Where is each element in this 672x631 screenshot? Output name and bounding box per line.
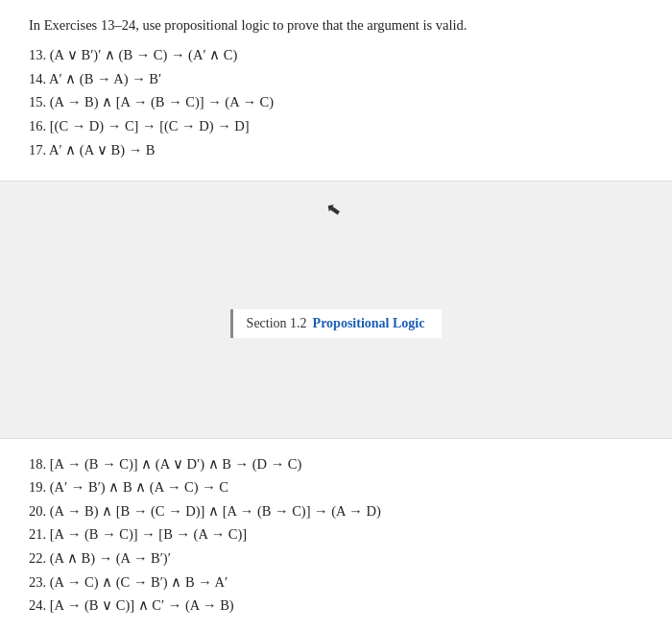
exercise-item-13: 13. (A ∨ B′)′ ∧ (B → C) → (A′ ∧ C) (29, 43, 643, 67)
section-label: Section 1.2 (233, 316, 307, 331)
exercise-formula-21: [A → (B → C)] → [B → (A → C)] (50, 526, 247, 542)
exercise-number-17: 17. (29, 142, 49, 158)
intro-text: In Exercises 13–24, use propositional lo… (29, 17, 643, 34)
section-title: Propositional Logic (313, 316, 425, 331)
exercise-item-24: 24. [A → (B ∨ C)] ∧ C′ → (A → B) (29, 594, 643, 618)
exercise-number-23: 23. (29, 574, 50, 590)
exercise-number-21: 21. (29, 526, 50, 542)
top-section: In Exercises 13–24, use propositional lo… (0, 0, 672, 182)
exercise-formula-19: (A′ → B′) ∧ B ∧ (A → C) → C (50, 479, 228, 495)
exercise-formula-18: [A → (B → C)] ∧ (A ∨ D′) ∧ B → (D → C) (50, 456, 302, 472)
page-container: In Exercises 13–24, use propositional lo… (0, 0, 672, 631)
exercise-item-21: 21. [A → (B → C)] → [B → (A → C)] (29, 522, 643, 546)
exercise-formula-23: (A → C) ∧ (C → B′) ∧ B → A′ (50, 574, 228, 590)
exercise-formula-16: [(C → D) → C] → [(C → D) → D] (50, 118, 250, 133)
cursor-icon: ⬉ (324, 198, 343, 221)
exercise-number-20: 20. (29, 503, 50, 519)
middle-section: ⬉ Section 1.2 Propositional Logic (0, 182, 672, 437)
exercise-formula-13: (A ∨ B′)′ ∧ (B → C) → (A′ ∧ C) (50, 47, 238, 62)
exercise-number-15: 15. (29, 94, 50, 109)
exercise-formula-17: A′ ∧ (A ∨ B) → B (49, 142, 156, 158)
section-banner: Section 1.2 Propositional Logic (230, 309, 443, 338)
exercise-number-18: 18. (29, 456, 50, 472)
exercise-number-16: 16. (29, 118, 50, 133)
exercise-item-20: 20. (A → B) ∧ [B → (C → D)] ∧ [A → (B → … (29, 499, 643, 523)
exercise-number-22: 22. (29, 550, 50, 566)
exercise-number-13: 13. (29, 47, 50, 62)
exercise-item-23: 23. (A → C) ∧ (C → B′) ∧ B → A′ (29, 570, 643, 595)
exercise-formula-24: [A → (B ∨ C)] ∧ C′ → (A → B) (50, 597, 234, 613)
bottom-exercise-list: 18. [A → (B → C)] ∧ (A ∨ D′) ∧ B → (D → … (29, 452, 643, 618)
bottom-section: 18. [A → (B → C)] ∧ (A ∨ D′) ∧ B → (D → … (0, 438, 672, 631)
exercise-item-17: 17. A′ ∧ (A ∨ B) → B (29, 138, 643, 162)
exercise-formula-14: A′ ∧ (B → A) → B′ (49, 71, 161, 86)
exercise-formula-20: (A → B) ∧ [B → (C → D)] ∧ [A → (B → C)] … (50, 503, 381, 519)
exercise-number-19: 19. (29, 479, 50, 495)
exercise-formula-15: (A → B) ∧ [A → (B → C)] → (A → C) (50, 94, 274, 109)
top-exercise-list: 13. (A ∨ B′)′ ∧ (B → C) → (A′ ∧ C) 14. A… (29, 43, 643, 161)
exercise-number-24: 24. (29, 597, 50, 613)
exercise-item-18: 18. [A → (B → C)] ∧ (A ∨ D′) ∧ B → (D → … (29, 452, 643, 476)
exercise-item-19: 19. (A′ → B′) ∧ B ∧ (A → C) → C (29, 475, 643, 499)
exercise-number-14: 14. (29, 71, 49, 86)
exercise-item-14: 14. A′ ∧ (B → A) → B′ (29, 67, 643, 91)
exercise-item-16: 16. [(C → D) → C] → [(C → D) → D] (29, 114, 643, 138)
exercise-item-15: 15. (A → B) ∧ [A → (B → C)] → (A → C) (29, 90, 643, 114)
exercise-item-22: 22. (A ∧ B) → (A → B′)′ (29, 546, 643, 570)
exercise-formula-22: (A ∧ B) → (A → B′)′ (50, 550, 171, 566)
